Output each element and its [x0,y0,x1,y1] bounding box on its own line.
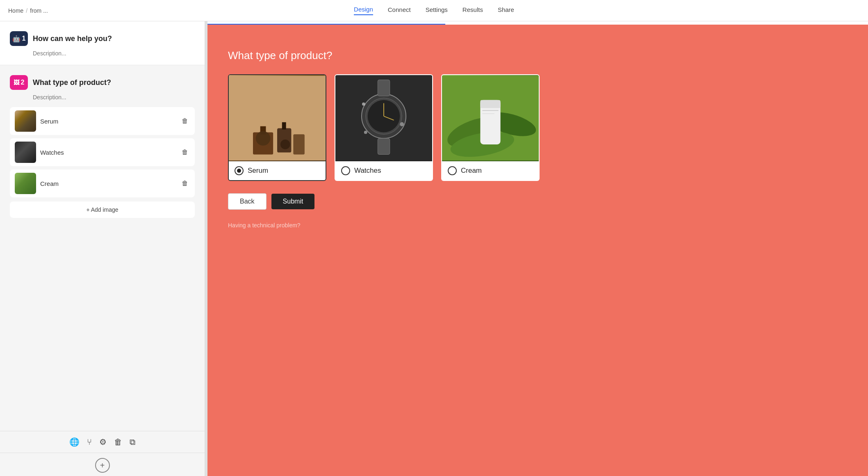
branch-icon[interactable]: ⑂ [87,437,92,447]
breadcrumb-current: from ... [30,7,48,14]
top-nav: Home / from ... Design Connect Settings … [0,0,868,21]
gear-icon[interactable]: ⚙ [99,437,107,447]
question-1-block: 🤖 1 How can we help you? [0,21,205,65]
svg-point-17 [362,103,365,106]
right-preview: What type of product? [207,21,868,476]
question-2-header: 🖼 2 What type of product? [10,75,195,90]
preview-choice-card-watches[interactable]: Watches [335,74,433,181]
question-1-description-input[interactable] [33,50,156,57]
svg-point-7 [280,140,290,149]
breadcrumb: Home / from ... [8,7,354,14]
question-2-description [33,94,195,101]
tab-design[interactable]: Design [354,6,373,15]
question-1-description [33,50,195,57]
preview-content: What type of product? [207,25,868,476]
serum-svg [229,75,326,161]
robot-icon: 🤖 [12,35,21,43]
question-2-block: 🖼 2 What type of product? 🗑 [0,65,205,431]
bottom-toolbar: 🌐 ⑂ ⚙ 🗑 ⧉ [0,431,205,453]
breadcrumb-home[interactable]: Home [8,7,23,14]
preview-question-title: What type of product? [228,49,847,62]
choice-serum-delete[interactable]: 🗑 [180,116,190,126]
svg-point-3 [256,131,270,145]
svg-point-18 [364,130,367,134]
preview-choice-card-serum[interactable]: Serum [228,74,326,181]
svg-rect-26 [482,113,494,114]
watches-label-text: Watches [354,167,381,175]
question-1-number: 1 [22,35,26,42]
choice-cream-input[interactable] [40,180,176,187]
question-1-badge: 🤖 1 [10,31,28,46]
watches-thumb-img [15,142,36,163]
choice-list: 🗑 🗑 🗑 [10,107,195,197]
add-image-button[interactable]: + Add image [10,201,195,218]
serum-thumb-img [15,110,36,132]
svg-rect-24 [480,100,500,108]
cream-radio[interactable] [448,166,457,175]
image-icon: 🖼 [14,79,19,86]
cream-thumb-img [15,173,36,194]
globe-icon[interactable]: 🌐 [69,437,80,447]
technical-problem-text[interactable]: Having a technical problem? [228,222,847,229]
cream-label-text: Cream [461,167,482,175]
preview-watches-label: Watches [335,161,432,180]
choice-item-cream: 🗑 [10,169,195,197]
cream-svg [442,75,539,161]
preview-top-bar [207,21,445,25]
tab-results[interactable]: Results [462,6,483,15]
serum-radio[interactable] [235,166,244,175]
nav-tabs: Design Connect Settings Results Share [354,6,514,15]
preview-cream-label: Cream [442,161,539,180]
preview-choice-card-cream[interactable]: Cream [441,74,540,181]
tab-share[interactable]: Share [498,6,514,15]
choice-item-watches: 🗑 [10,138,195,166]
svg-rect-5 [282,122,286,130]
question-2-badge: 🖼 2 [10,75,28,90]
question-1-title: How can we help you? [33,34,112,43]
submit-button[interactable]: Submit [271,194,315,209]
choice-watches-delete[interactable]: 🗑 [180,147,190,158]
choice-cream-delete[interactable]: 🗑 [180,178,190,189]
left-panel: 🤖 1 How can we help you? 🖼 2 What type o… [0,21,205,476]
choice-watches-input[interactable] [40,149,176,156]
question-1-header: 🤖 1 How can we help you? [10,31,195,46]
preview-serum-image [229,75,326,161]
main-layout: 🤖 1 How can we help you? 🖼 2 What type o… [0,21,868,476]
tab-settings[interactable]: Settings [426,6,448,15]
serum-label-text: Serum [248,167,268,175]
svg-rect-6 [293,134,305,154]
question-2-description-input[interactable] [33,94,156,101]
watches-radio[interactable] [341,166,350,175]
tab-connect[interactable]: Connect [388,6,411,15]
trash-icon[interactable]: 🗑 [114,437,122,447]
preview-buttons: Back Submit [228,193,847,210]
watches-svg [335,75,432,161]
question-2-title: What type of product? [33,78,111,87]
breadcrumb-separator: / [26,7,27,14]
watches-thumbnail [15,142,36,163]
cream-thumbnail [15,173,36,194]
svg-rect-25 [482,110,498,111]
preview-choices: Serum [228,74,847,181]
svg-point-16 [400,122,404,126]
add-question-button[interactable]: + [95,458,110,473]
svg-rect-15 [378,138,390,154]
preview-serum-label: Serum [229,161,326,180]
preview-cream-image [442,75,539,161]
back-button[interactable]: Back [228,193,267,210]
question-2-number: 2 [21,79,25,86]
svg-rect-14 [378,80,390,96]
choice-item-serum: 🗑 [10,107,195,135]
preview-watches-image [335,75,432,161]
serum-thumbnail [15,110,36,132]
copy-icon[interactable]: ⧉ [130,437,135,447]
choice-serum-input[interactable] [40,118,176,125]
